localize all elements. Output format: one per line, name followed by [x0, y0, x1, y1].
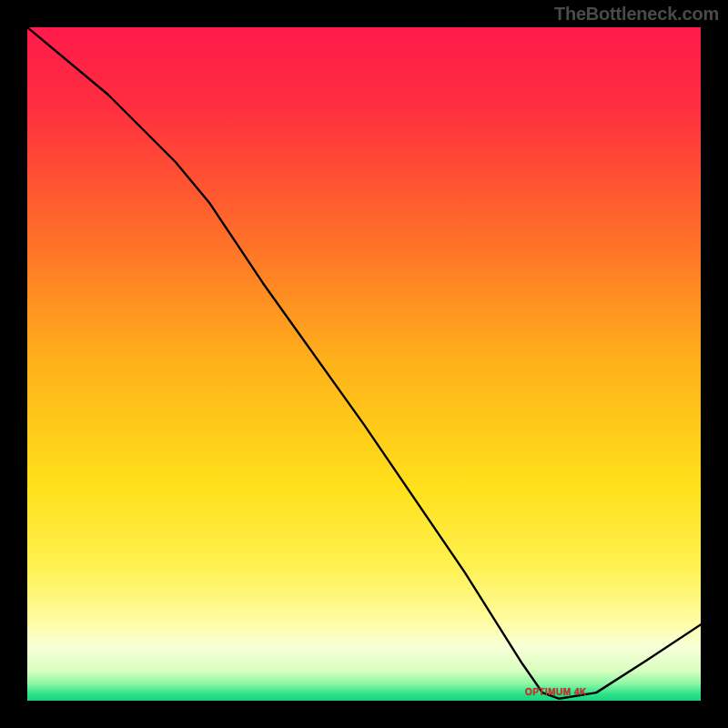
bottleneck-curve [27, 27, 701, 701]
watermark-text: TheBottleneck.com [554, 4, 719, 25]
stage: TheBottleneck.com OPTIMUM 4K [0, 0, 728, 728]
optimum-marker-label: OPTIMUM 4K [525, 687, 587, 697]
plot-frame: OPTIMUM 4K [27, 27, 701, 701]
